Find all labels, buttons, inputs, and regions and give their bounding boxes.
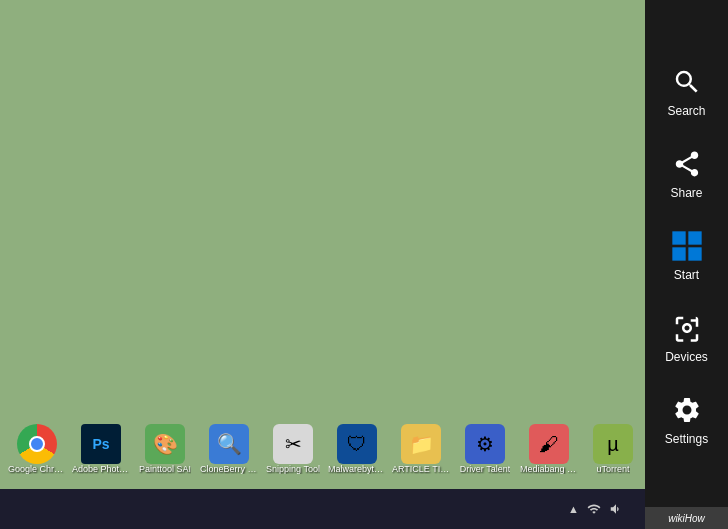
charm-devices[interactable]: Devices [645,296,728,378]
chrome-icon-label: Google Chrome [8,464,66,474]
desktop-icon-snipping[interactable]: ✂Snipping Tool [264,424,322,474]
mediabang-icon-img: 🖌 [529,424,569,464]
chrome-icon-img [17,424,57,464]
tray-arrow-icon[interactable]: ▲ [568,503,579,515]
taskbar: ▲ [0,489,645,529]
drivertalent-icon-img: ⚙ [465,424,505,464]
cloneberry-icon-label: CloneBerry Explorer II... [200,464,258,474]
snipping-icon-label: Snipping Tool [266,464,320,474]
desktop-icon-article[interactable]: 📁ARTICLE TITLE [392,424,450,474]
mediabang-icon-label: Mediabang Paint Pro [520,464,578,474]
charm-share[interactable]: Share [645,132,728,214]
desktop-icons-row: Google ChromePsAdobe Photosho...🎨Paintto… [0,409,645,489]
charm-share-label: Share [670,186,702,200]
painttool-icon-img: 🎨 [145,424,185,464]
charms-bar: Search Share Start Devi [645,0,728,529]
wikihow-watermark: wikiHow [645,507,728,529]
charm-start[interactable]: Start [645,214,728,296]
charm-settings-label: Settings [665,432,708,446]
charm-devices-label: Devices [665,350,708,364]
desktop-icon-utorrent[interactable]: µuTorrent [584,424,642,474]
snipping-icon-img: ✂ [273,424,313,464]
tray-wifi-icon[interactable] [587,502,601,516]
article-icon-img: 📁 [401,424,441,464]
desktop-icon-cloneberry[interactable]: 🔍CloneBerry Explorer II... [200,424,258,474]
charm-search-label: Search [667,104,705,118]
settings-icon [669,392,705,428]
search-icon [669,64,705,100]
desktop-icon-mediabang[interactable]: 🖌Mediabang Paint Pro [520,424,578,474]
article-icon-label: ARTICLE TITLE [392,464,450,474]
photoshop-icon-label: Adobe Photosho... [72,464,130,474]
svg-rect-3 [688,247,701,260]
wikihow-label: wikiHow [668,513,705,524]
malwarebytes-icon-img: 🛡 [337,424,377,464]
painttool-icon-label: Painttool SAI [139,464,191,474]
photoshop-icon-img: Ps [81,424,121,464]
utorrent-icon-label: uTorrent [596,464,629,474]
charm-start-label: Start [674,268,699,282]
svg-rect-2 [672,247,685,260]
charm-settings[interactable]: Settings [645,378,728,460]
utorrent-icon-img: µ [593,424,633,464]
svg-rect-0 [672,231,685,244]
desktop-icon-drivertalent[interactable]: ⚙Driver Talent [456,424,514,474]
desktop-icon-photoshop[interactable]: PsAdobe Photosho... [72,424,130,474]
tray-volume-icon[interactable] [609,502,623,516]
drivertalent-icon-label: Driver Talent [460,464,510,474]
devices-icon [669,310,705,346]
desktop-icon-malwarebytes[interactable]: 🛡Malwarebytes Anti-Malware [328,424,386,474]
desktop-icon-chrome[interactable]: Google Chrome [8,424,66,474]
windows-icon [669,228,705,264]
charm-search[interactable]: Search [645,50,728,132]
svg-rect-1 [688,231,701,244]
desktop-icon-painttool[interactable]: 🎨Painttool SAI [136,424,194,474]
share-icon [669,146,705,182]
cloneberry-icon-img: 🔍 [209,424,249,464]
malwarebytes-icon-label: Malwarebytes Anti-Malware [328,464,386,474]
